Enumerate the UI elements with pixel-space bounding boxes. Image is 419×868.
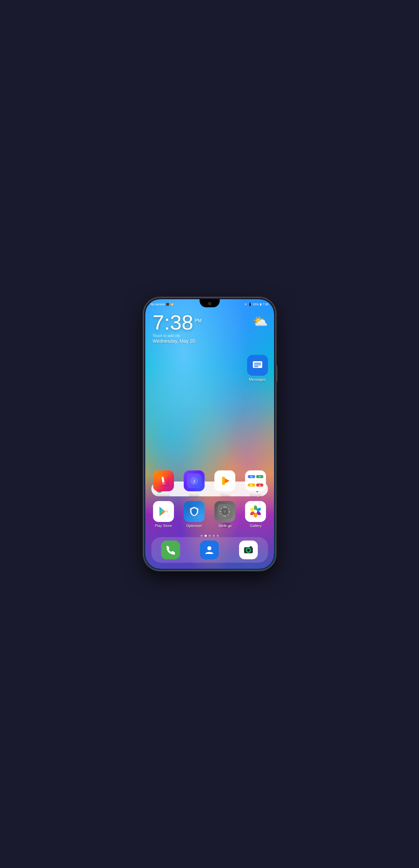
- screen: No service ⬛ 📶 ✳ 📳 93% ▮ 7:38 7:38PM Tou…: [145, 299, 274, 569]
- wifi-icon: 📶: [170, 303, 174, 306]
- battery-percent: 93%: [253, 303, 259, 306]
- page-dot-4: [213, 535, 215, 537]
- themes-icon: [153, 470, 174, 491]
- app-gallery[interactable]: Gallery: [243, 501, 268, 528]
- vibrate-icon: 📳: [248, 303, 252, 306]
- page-dots: [145, 535, 274, 537]
- dock-contacts[interactable]: [200, 540, 219, 559]
- app-playstore[interactable]: Play Store: [151, 501, 176, 528]
- camera-dot: [208, 302, 211, 305]
- settings-icon: [214, 501, 235, 522]
- playstore-label: Play Store: [155, 524, 172, 528]
- battery-icon: ▮: [260, 303, 262, 306]
- optimizer-label: Optimizer: [186, 524, 202, 528]
- svg-point-36: [254, 510, 257, 513]
- camera-icon: [239, 540, 258, 559]
- svg-rect-41: [250, 546, 252, 548]
- clock-date: Wednesday, May 20: [153, 338, 202, 344]
- power-button[interactable]: [275, 365, 277, 382]
- gallery-icon: [245, 501, 266, 522]
- google-folder-label: Google: [250, 493, 262, 497]
- no-service-text: No service: [151, 303, 165, 306]
- video-label: Video: [220, 493, 230, 497]
- phone-frame: No service ⬛ 📶 ✳ 📳 93% ▮ 7:38 7:38PM Tou…: [144, 298, 275, 570]
- weather-icon: ⛅: [253, 314, 268, 329]
- page-dot-1: [201, 535, 203, 537]
- optimizer-icon: [184, 501, 205, 522]
- music-label: Music: [189, 493, 199, 497]
- app-row-1: Themes: [151, 470, 268, 497]
- google-folder-icon: G M ▶ ▲: [245, 470, 266, 491]
- contacts-icon: [200, 540, 219, 559]
- app-messages[interactable]: Messages: [247, 355, 268, 381]
- app-settings[interactable]: ☞ Settings: [213, 501, 237, 528]
- dock-camera[interactable]: [239, 540, 258, 559]
- app-themes[interactable]: Themes: [151, 470, 176, 497]
- app-optimizer[interactable]: Optimizer: [182, 501, 206, 528]
- phone-icon: [161, 540, 180, 559]
- svg-text:♪: ♪: [192, 477, 196, 484]
- svg-point-27: [223, 510, 227, 513]
- status-left: No service ⬛ 📶: [151, 303, 174, 306]
- clock-time: 7:38PM: [153, 312, 202, 333]
- svg-point-37: [207, 546, 211, 550]
- messages-icon-svg: [251, 359, 264, 371]
- status-right: ✳ 📳 93% ▮ 7:38: [244, 303, 269, 306]
- page-dot-5: [217, 535, 219, 537]
- app-music[interactable]: ♪ Music: [182, 470, 206, 497]
- gallery-label: Gallery: [250, 524, 262, 528]
- messages-label: Messages: [249, 377, 266, 381]
- svg-rect-12: [222, 477, 225, 485]
- svg-point-40: [247, 549, 249, 551]
- video-icon: [214, 470, 235, 491]
- clock-area: 7:38PM Touch to add city Wednesday, May …: [153, 312, 202, 344]
- app-video[interactable]: Video: [213, 470, 237, 497]
- playstore-icon: [153, 501, 174, 522]
- music-icon: ♪: [184, 470, 205, 491]
- status-time: 7:38: [263, 303, 269, 306]
- app-grid: Themes: [151, 470, 268, 532]
- app-row-2: Play Store: [151, 501, 268, 528]
- svg-point-42: [245, 548, 246, 549]
- dock: [151, 537, 268, 563]
- dock-phone[interactable]: [161, 540, 180, 559]
- page-dot-3: [209, 535, 211, 537]
- signal-icon: ⬛: [166, 303, 169, 306]
- bluetooth-icon: ✳: [244, 303, 247, 306]
- page-dot-2: [205, 535, 207, 537]
- themes-label: Themes: [157, 493, 170, 497]
- clock-subtitle[interactable]: Touch to add city: [153, 334, 202, 338]
- settings-label: Settings: [218, 524, 232, 528]
- weather-widget[interactable]: ⛅: [253, 314, 268, 329]
- app-google-folder[interactable]: G M ▶ ▲ Google: [243, 470, 268, 497]
- notch: [200, 299, 220, 307]
